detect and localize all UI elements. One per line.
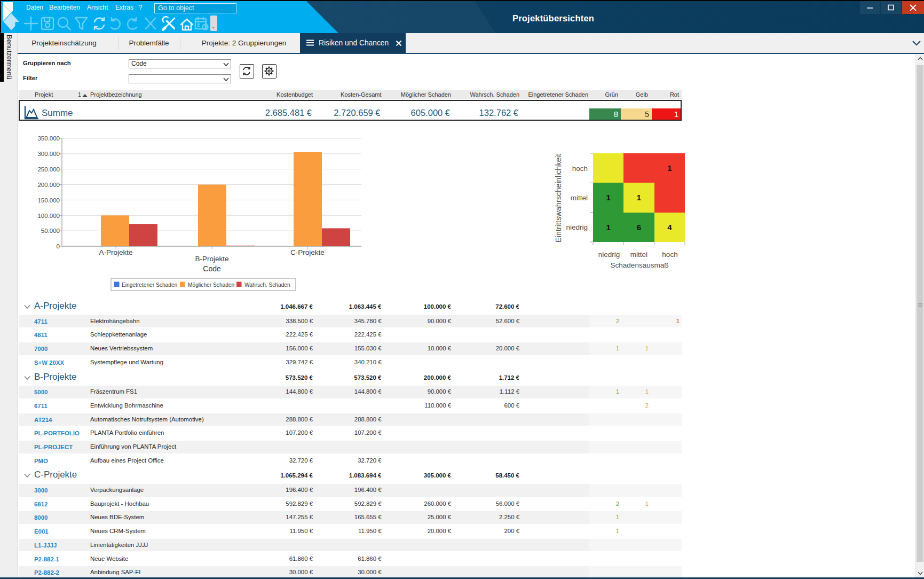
svg-text:100.000: 100.000 bbox=[37, 213, 60, 219]
svg-text:Möglicher Schaden: Möglicher Schaden bbox=[188, 282, 234, 288]
svg-text:Wahrsch. Schaden: Wahrsch. Schaden bbox=[244, 282, 290, 288]
svg-text:300.000: 300.000 bbox=[37, 151, 60, 157]
svg-text:150.000: 150.000 bbox=[37, 197, 60, 204]
svg-text:Eingetretener Schaden: Eingetretener Schaden bbox=[122, 282, 177, 288]
svg-text:350.000: 350.000 bbox=[37, 135, 60, 142]
svg-text:A-Projekte: A-Projekte bbox=[99, 248, 132, 256]
svg-text:C-Projekte: C-Projekte bbox=[290, 248, 325, 256]
svg-text:B-Projekte: B-Projekte bbox=[195, 255, 228, 263]
svg-text:50.000: 50.000 bbox=[41, 228, 60, 234]
svg-text:Code: Code bbox=[203, 264, 221, 273]
svg-text:0: 0 bbox=[57, 243, 60, 249]
svg-text:250.000: 250.000 bbox=[37, 166, 60, 173]
svg-text:200.000: 200.000 bbox=[37, 182, 60, 188]
